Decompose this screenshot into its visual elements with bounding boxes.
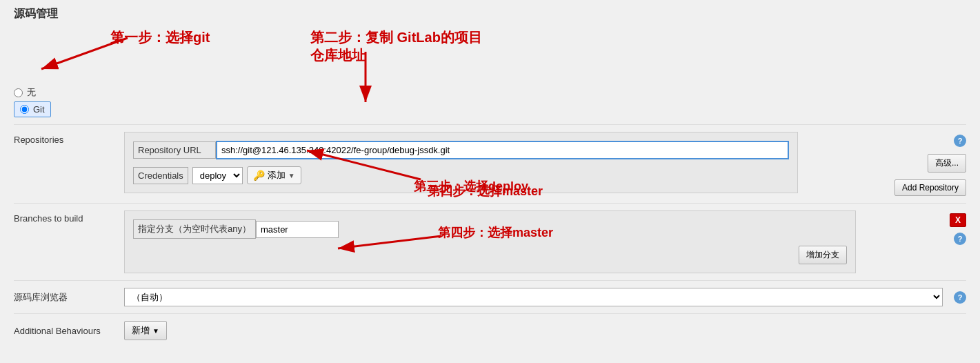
radio-git-input[interactable] bbox=[20, 105, 29, 114]
radio-git[interactable]: Git bbox=[14, 101, 51, 117]
branches-section: 第四步：选择master Branches to build 指定分支（为空时代… bbox=[14, 203, 966, 280]
top-annotations: 第一步：选择git 第二步：复制 GitLab的项目 仓库地址 bbox=[14, 28, 966, 84]
credentials-label: Credentials bbox=[133, 167, 188, 184]
add-credentials-button[interactable]: 🔑 添加 ▼ bbox=[247, 166, 301, 184]
advanced-button[interactable]: 高级... bbox=[928, 154, 966, 173]
additional-behaviours-label: Additional Behaviours bbox=[14, 326, 124, 336]
sections-wrapper: Repositories Repository URL Credentials … bbox=[14, 124, 966, 347]
page-title: 源码管理 bbox=[14, 7, 966, 21]
key-icon: 🔑 bbox=[253, 170, 265, 181]
radio-git-label: Git bbox=[33, 104, 45, 115]
repo-url-input[interactable] bbox=[216, 141, 789, 159]
repositories-content: Repository URL Credentials deploy 🔑 添加 ▼ bbox=[124, 132, 798, 193]
dropdown-arrow-icon: ▼ bbox=[288, 172, 295, 179]
step2-annotation: 第二步：复制 GitLab的项目 仓库地址 bbox=[310, 28, 482, 64]
branch-help-icon[interactable]: ? bbox=[954, 233, 966, 245]
repo-url-row: Repository URL bbox=[133, 141, 789, 159]
new-behaviour-button[interactable]: 新增 ▼ bbox=[124, 321, 167, 340]
branch-actions: X ? bbox=[856, 210, 966, 245]
radio-none-input[interactable] bbox=[14, 88, 23, 97]
credentials-select[interactable]: deploy bbox=[192, 167, 243, 184]
repositories-label: Repositories bbox=[14, 132, 124, 145]
credentials-row: Credentials deploy 🔑 添加 ▼ bbox=[133, 166, 789, 184]
branches-content: 指定分支（为空时代表any） 增加分支 bbox=[124, 210, 856, 273]
step1-annotation: 第一步：选择git bbox=[110, 28, 210, 47]
branch-field-row: 指定分支（为空时代表any） bbox=[133, 219, 847, 239]
delete-branch-button[interactable]: X bbox=[950, 213, 966, 227]
radio-group: 无 Git bbox=[14, 86, 966, 120]
new-behaviour-label: 新增 bbox=[132, 324, 150, 337]
add-branch-button[interactable]: 增加分支 bbox=[799, 246, 847, 264]
radio-none[interactable]: 无 bbox=[14, 86, 966, 99]
repo-actions: ? 高级... Add Repository bbox=[826, 132, 966, 196]
source-browser-label: 源码库浏览器 bbox=[14, 291, 124, 304]
branch-input[interactable] bbox=[256, 221, 339, 238]
new-behaviour-arrow-icon: ▼ bbox=[152, 327, 159, 335]
source-browser-section: 源码库浏览器 （自动） ? bbox=[14, 280, 966, 313]
repositories-section: Repositories Repository URL Credentials … bbox=[14, 124, 966, 203]
add-repository-button[interactable]: Add Repository bbox=[894, 179, 966, 196]
branches-label: Branches to build bbox=[14, 210, 124, 224]
page-container: 源码管理 第一步：选择git 第二步：复制 GitLab的项目 仓库地址 无 G… bbox=[0, 0, 980, 354]
source-browser-help-icon[interactable]: ? bbox=[954, 291, 966, 304]
repo-help-icon[interactable]: ? bbox=[954, 135, 966, 147]
source-browser-select[interactable]: （自动） bbox=[124, 288, 943, 306]
branch-actions-row: 增加分支 bbox=[133, 246, 847, 264]
additional-behaviours-section: Additional Behaviours 新增 ▼ bbox=[14, 313, 966, 347]
repo-url-label: Repository URL bbox=[133, 141, 216, 159]
branch-field-label: 指定分支（为空时代表any） bbox=[133, 219, 256, 239]
add-credentials-label: 添加 bbox=[268, 169, 286, 182]
radio-none-label: 无 bbox=[27, 86, 36, 99]
